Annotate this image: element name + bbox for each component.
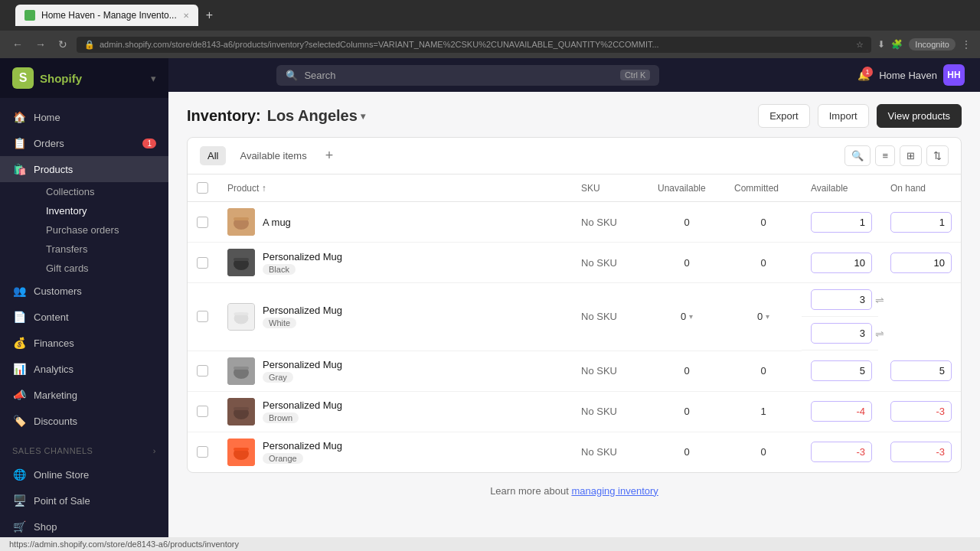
available-input[interactable]	[811, 360, 872, 381]
on-hand-input[interactable]	[890, 360, 952, 381]
sales-channels-section: Sales channels ›	[0, 440, 168, 461]
on-hand-input[interactable]	[890, 212, 952, 233]
sidebar-item-point-of-sale[interactable]: 🖥️ Point of Sale	[0, 487, 168, 514]
sidebar-item-analytics[interactable]: 📊 Analytics	[0, 356, 168, 382]
row-checkbox[interactable]	[197, 311, 208, 322]
sidebar-item-home[interactable]: 🏠 Home	[0, 104, 168, 130]
search-filter-button[interactable]: 🔍	[844, 145, 871, 166]
available-cell[interactable]	[802, 350, 881, 391]
sidebar-item-customers[interactable]: 👥 Customers	[0, 278, 168, 304]
row-checkbox[interactable]	[197, 406, 208, 417]
sidebar-item-purchase-orders[interactable]: Purchase orders	[34, 220, 168, 240]
row-checkbox[interactable]	[197, 217, 208, 228]
unavailable-expand-arrow[interactable]: ▾	[689, 312, 693, 321]
on-hand-input[interactable]	[890, 401, 952, 422]
tab-all[interactable]: All	[200, 146, 226, 165]
available-input[interactable]	[811, 401, 872, 422]
sidebar-item-finances[interactable]: 💰 Finances	[0, 330, 168, 356]
available-cell[interactable]	[802, 243, 881, 283]
sidebar-item-discounts[interactable]: 🏷️ Discounts	[0, 408, 168, 434]
adjust-icon[interactable]: ⇌	[875, 294, 884, 306]
active-tab[interactable]: Home Haven - Manage Invento... ✕	[15, 5, 198, 26]
committed-cell: 0	[725, 243, 802, 283]
sidebar-item-online-store[interactable]: 🌐 Online Store	[0, 461, 168, 487]
on-hand-cell[interactable]	[881, 432, 961, 472]
sales-channels-label: Sales channels	[12, 446, 93, 455]
adjust-icon-2[interactable]: ⇌	[875, 328, 884, 340]
available-cell[interactable]: ⇌	[802, 283, 878, 317]
sidebar-item-marketing[interactable]: 📣 Marketing	[0, 382, 168, 408]
sort-button[interactable]: ⇅	[926, 145, 949, 166]
available-input[interactable]	[811, 212, 872, 233]
sidebar-item-inventory[interactable]: Inventory	[34, 201, 168, 220]
available-cell[interactable]	[802, 391, 881, 432]
row-checkbox[interactable]	[197, 365, 208, 377]
sidebar-item-gift-cards[interactable]: Gift cards	[34, 259, 168, 278]
new-tab-button[interactable]: +	[201, 7, 217, 24]
on-hand-cell[interactable]	[881, 350, 961, 391]
on-hand-cell[interactable]	[881, 243, 961, 283]
address-bar[interactable]: 🔒 admin.shopify.com/store/de8143-a6/prod…	[77, 37, 871, 53]
tab-close-button[interactable]: ✕	[183, 11, 189, 20]
back-button[interactable]: ←	[9, 35, 26, 54]
table-row: A mug No SKU 0	[188, 202, 961, 243]
sku-cell: No SKU	[572, 391, 648, 432]
committed-cell: 0	[725, 350, 802, 391]
app-container: S Shopify ▾ 🏠 Home 📋 Orders 1 🛍️ Product…	[0, 58, 980, 537]
export-button[interactable]: Export	[758, 104, 810, 128]
select-all-checkbox[interactable]	[197, 182, 208, 194]
menu-icon[interactable]: ⋮	[962, 39, 971, 50]
sidebar-item-content[interactable]: 📄 Content	[0, 304, 168, 330]
shopify-logo: S Shopify	[12, 67, 82, 89]
on-hand-cell[interactable]: ⇌	[802, 317, 878, 350]
on-hand-cell[interactable]	[881, 391, 961, 432]
sidebar-item-orders[interactable]: 📋 Orders 1	[0, 130, 168, 156]
available-cell[interactable]	[802, 432, 881, 472]
add-filter-button[interactable]: +	[321, 146, 338, 165]
notification-button[interactable]: 🔔 1	[858, 70, 870, 81]
product-name: Personalized Mug	[263, 305, 342, 316]
available-input[interactable]	[811, 442, 872, 462]
product-thumbnail	[227, 303, 255, 331]
header-committed: Committed	[725, 174, 802, 202]
on-hand-input[interactable]	[811, 323, 872, 344]
managing-inventory-link[interactable]: managing inventory	[571, 485, 658, 497]
bookmark-icon: ☆	[856, 40, 864, 50]
header-product[interactable]: Product ↑	[218, 174, 572, 202]
sidebar-item-shop[interactable]: 🛒 Shop	[0, 514, 168, 537]
filter-button[interactable]: ≡	[875, 145, 895, 166]
sidebar-toggle[interactable]: ▾	[151, 73, 156, 84]
columns-button[interactable]: ⊞	[900, 145, 922, 166]
tab-available[interactable]: Available items	[232, 146, 314, 165]
address-bar-row: ← → ↻ 🔒 admin.shopify.com/store/de8143-a…	[0, 31, 980, 58]
on-hand-cell[interactable]	[881, 202, 961, 243]
refresh-button[interactable]: ↻	[55, 35, 70, 54]
table-header: Product ↑ SKU Unavailable Committed Avai…	[188, 174, 961, 202]
sidebar-item-collections[interactable]: Collections	[34, 182, 168, 201]
extensions-icon[interactable]: 🧩	[891, 39, 903, 50]
location-dropdown[interactable]: Los Angeles ▾	[267, 107, 365, 125]
sidebar-item-products[interactable]: 🛍️ Products	[0, 156, 168, 182]
available-input[interactable]	[811, 289, 872, 310]
on-hand-input[interactable]	[890, 442, 952, 462]
search-bar[interactable]: 🔍 Search Ctrl K	[276, 65, 659, 86]
download-icon[interactable]: ⬇	[877, 39, 885, 50]
store-menu[interactable]: Home Haven HH	[879, 64, 965, 86]
view-products-button[interactable]: View products	[877, 104, 962, 128]
sales-channels-arrow[interactable]: ›	[153, 446, 156, 455]
available-input[interactable]	[811, 253, 872, 273]
available-cell[interactable]	[802, 202, 881, 243]
page-footer: Learn more about managing inventory	[187, 473, 962, 509]
forward-button[interactable]: →	[32, 35, 49, 54]
incognito-badge: Incognito	[909, 38, 956, 51]
product-name: Personalized Mug	[263, 399, 342, 411]
sidebar-item-transfers[interactable]: Transfers	[34, 240, 168, 259]
sku-text: No SKU	[581, 217, 617, 228]
committed-expand-arrow[interactable]: ▾	[766, 312, 769, 321]
sku-cell: No SKU	[572, 432, 648, 472]
import-button[interactable]: Import	[818, 104, 869, 128]
on-hand-input[interactable]	[890, 253, 952, 273]
product-variant: Gray	[263, 372, 293, 383]
row-checkbox[interactable]	[197, 257, 208, 269]
row-checkbox[interactable]	[197, 446, 208, 458]
